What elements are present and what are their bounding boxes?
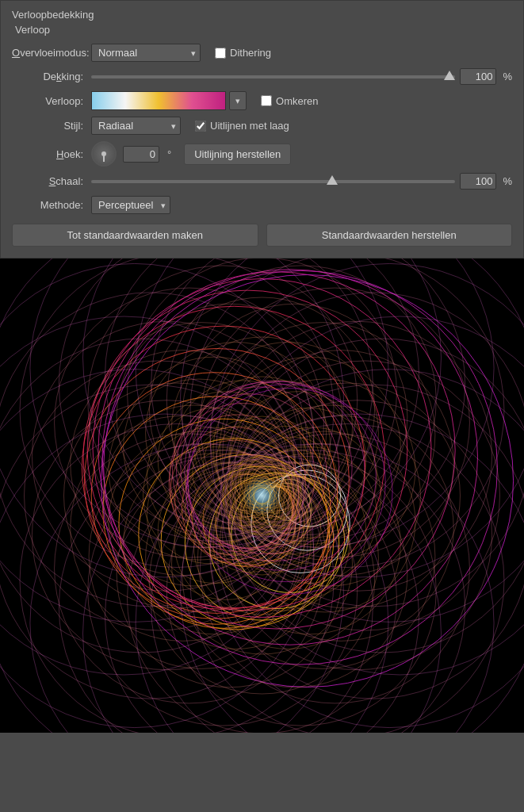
scale-slider-container: % (91, 173, 512, 190)
style-select-wrapper: Radiaal Lineair Hoekig Gereflecteerd Dia… (91, 117, 181, 135)
reverse-group: Omkeren (261, 95, 318, 107)
opacity-label: Dekking: (12, 71, 91, 82)
align-label: Uitlijnen met laag (210, 120, 289, 132)
reverse-checkbox[interactable] (261, 95, 272, 106)
dithering-group: Dithering (215, 47, 271, 59)
gradient-preview[interactable] (91, 91, 226, 110)
opacity-row: Dekking: % (12, 68, 512, 85)
reverse-label: Omkeren (276, 95, 318, 107)
scale-label: Schaal: (12, 175, 91, 187)
reset-defaults-btn[interactable]: Standaardwaarden herstellen (266, 224, 513, 247)
angle-unit: ° (167, 148, 171, 160)
scale-unit: % (503, 175, 512, 187)
method-row: Methode: Perceptueel Lineair Klassiek (12, 196, 512, 214)
method-select[interactable]: Perceptueel Lineair Klassiek (91, 196, 170, 214)
angle-group: ° (91, 141, 171, 167)
method-label: Methode: (12, 199, 91, 211)
canvas-area (0, 259, 524, 733)
opacity-unit: % (503, 71, 512, 82)
dithering-label: Dithering (230, 47, 271, 59)
bottom-button-row: Tot standaardwaarden maken Standaardwaar… (12, 224, 512, 247)
angle-row: Hoek: ° Uitlijning herstellen (12, 141, 512, 167)
gradient-preview-wrapper: ▾ (91, 91, 247, 110)
dithering-checkbox[interactable] (215, 48, 226, 59)
scale-input[interactable] (460, 173, 496, 190)
angle-label: Hoek: (12, 148, 91, 160)
blendmode-select-wrapper: Normaal Oplossen Donkerder Vermenigvuldi… (91, 44, 201, 62)
blendmode-select[interactable]: Normaal Oplossen Donkerder Vermenigvuldi… (91, 44, 201, 62)
align-reset-btn[interactable]: Uitlijning herstellen (184, 144, 291, 165)
method-select-wrapper: Perceptueel Lineair Klassiek (91, 196, 170, 214)
gradient-dropdown-btn[interactable]: ▾ (229, 91, 247, 110)
align-checkbox[interactable] (195, 121, 206, 132)
blendmode-row: Overvloeimodus: Normaal Oplossen Donkerd… (12, 44, 512, 62)
align-reset-wrapper: Uitlijning herstellen (184, 144, 291, 165)
align-group: Uitlijnen met laag (195, 120, 289, 132)
style-select[interactable]: Radiaal Lineair Hoekig Gereflecteerd Dia… (91, 117, 181, 135)
opacity-slider[interactable] (91, 75, 455, 79)
gradient-label: Verloop: (12, 95, 91, 107)
dial-dot (101, 151, 106, 156)
panel-verloopbedekking: Verloopbedekking Verloop Overvloeimodus:… (0, 0, 524, 259)
style-row: Stijl: Radiaal Lineair Hoekig Gereflecte… (12, 117, 512, 135)
section-title: Verloop (15, 24, 512, 36)
blendmode-label: Overvloeimodus: (12, 47, 91, 59)
angle-dial[interactable] (91, 141, 117, 167)
opacity-slider-container: % (91, 68, 512, 85)
scale-slider[interactable] (91, 180, 455, 183)
scale-row: Schaal: % (12, 173, 512, 190)
angle-input[interactable] (123, 146, 159, 163)
make-default-btn[interactable]: Tot standaardwaarden maken (12, 224, 258, 247)
blendmode-label-text: Overvloeimodus: (12, 47, 90, 59)
spirograph-canvas (0, 259, 524, 733)
opacity-input[interactable] (460, 68, 496, 85)
style-label: Stijl: (12, 120, 91, 132)
panel-title: Verloopbedekking (12, 9, 512, 21)
gradient-row: Verloop: ▾ Omkeren (12, 91, 512, 110)
